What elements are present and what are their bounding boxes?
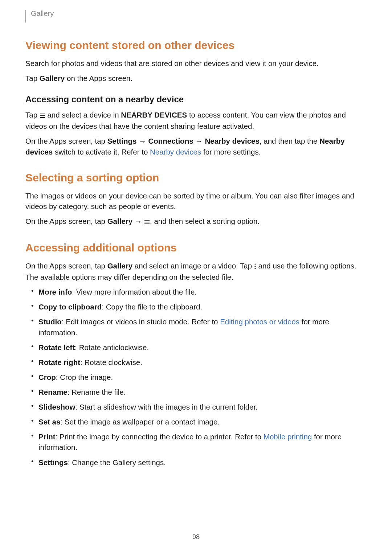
list-item: Set as: Set the image as wallpaper or a … [38, 416, 367, 427]
section-sorting: Selecting a sorting option The images or… [25, 172, 367, 227]
paragraph: On the Apps screen, tap Gallery → , and … [25, 216, 367, 227]
subsection-title: Accessing content on a nearby device [25, 94, 367, 104]
manual-page: Gallery Viewing content stored on other … [0, 0, 392, 554]
menu-lines-icon [40, 110, 45, 121]
svg-point-6 [254, 263, 256, 264]
text: On the Apps screen, tap [25, 217, 107, 225]
option-name: Crop [38, 373, 56, 381]
link-editing-photos[interactable]: Editing photos or videos [220, 317, 299, 326]
text: → [193, 137, 205, 145]
option-desc: : View more information about the file. [72, 288, 197, 296]
text: On the Apps screen, tap [25, 137, 107, 145]
option-name: Print [38, 432, 56, 441]
list-item: Slideshow: Start a slideshow with the im… [38, 402, 367, 412]
option-desc: : Edit images or videos in studio mode. … [62, 317, 220, 326]
option-desc: : Change the Gallery settings. [68, 458, 166, 467]
svg-point-8 [254, 268, 256, 269]
bold-text: Nearby devices [205, 137, 259, 145]
svg-point-7 [254, 266, 256, 267]
option-desc: : Copy the file to the clipboard. [102, 303, 202, 311]
options-list: More info: View more information about t… [25, 287, 367, 467]
option-name: Studio [38, 317, 62, 326]
link-mobile-printing[interactable]: Mobile printing [264, 432, 312, 441]
option-desc: : Rotate anticlockwise. [75, 343, 149, 352]
option-desc: : Print the image by connecting the devi… [56, 432, 264, 441]
list-item: Crop: Crop the image. [38, 372, 367, 382]
text: for more settings. [201, 148, 261, 156]
bold-text: Gallery [40, 74, 65, 82]
text: switch to activate it. Refer to [53, 148, 150, 156]
text: Tap [25, 111, 40, 119]
section-title: Viewing content stored on other devices [25, 39, 367, 52]
paragraph: On the Apps screen, tap Gallery and sele… [25, 260, 367, 282]
paragraph: Tap and select a device in NEARBY DEVICE… [25, 110, 367, 131]
text: and select a device in [45, 111, 121, 119]
link-nearby-devices[interactable]: Nearby devices [150, 148, 201, 156]
section-viewing-content: Viewing content stored on other devices … [25, 39, 367, 157]
option-name: Rotate right [38, 358, 80, 366]
text: on the Apps screen. [65, 74, 132, 82]
list-item: More info: View more information about t… [38, 287, 367, 297]
page-header: Gallery [25, 10, 367, 22]
option-desc: : Set the image as wallpaper or a contac… [60, 418, 220, 426]
option-name: Rotate left [38, 343, 75, 352]
option-desc: : Start a slideshow with the images in t… [75, 403, 258, 411]
option-name: Settings [38, 458, 68, 467]
bold-text: Settings [107, 137, 137, 145]
menu-lines-icon [144, 217, 150, 227]
paragraph: The images or videos on your device can … [25, 190, 367, 212]
text: → [137, 137, 148, 145]
page-number: 98 [0, 533, 392, 541]
text: → [132, 217, 144, 225]
option-name: More info [38, 288, 72, 296]
bold-text: Connections [148, 137, 193, 145]
text: , and then select a sorting option. [150, 217, 260, 225]
paragraph: Tap Gallery on the Apps screen. [25, 73, 367, 83]
bold-text: Gallery [107, 217, 133, 225]
option-name: Set as [38, 418, 60, 426]
section-additional-options: Accessing additional options On the Apps… [25, 242, 367, 468]
option-desc: : Rotate clockwise. [80, 358, 142, 366]
paragraph: On the Apps screen, tap Settings → Conne… [25, 136, 367, 157]
list-item: Print: Print the image by connecting the… [38, 431, 367, 452]
text: Tap [25, 74, 40, 82]
list-item: Copy to clipboard: Copy the file to the … [38, 301, 367, 312]
list-item: Rotate right: Rotate clockwise. [38, 357, 367, 368]
text: and select an image or a video. Tap [132, 262, 254, 270]
list-item: Studio: Edit images or videos in studio … [38, 316, 367, 337]
list-item: Settings: Change the Gallery settings. [38, 457, 367, 468]
option-desc: : Rename the file. [68, 388, 126, 396]
header-section-label: Gallery [31, 9, 54, 18]
list-item: Rename: Rename the file. [38, 387, 367, 397]
section-title: Selecting a sorting option [25, 172, 367, 184]
bold-text: Gallery [107, 262, 133, 270]
option-name: Rename [38, 388, 68, 396]
text: On the Apps screen, tap [25, 262, 107, 270]
option-name: Copy to clipboard [38, 303, 102, 311]
paragraph: Search for photos and videos that are st… [25, 58, 367, 69]
option-name: Slideshow [38, 403, 75, 411]
section-title: Accessing additional options [25, 242, 367, 254]
bold-text: NEARBY DEVICES [121, 111, 187, 119]
text: , and then tap the [260, 137, 319, 145]
list-item: Rotate left: Rotate anticlockwise. [38, 342, 367, 353]
option-desc: : Crop the image. [56, 373, 113, 381]
